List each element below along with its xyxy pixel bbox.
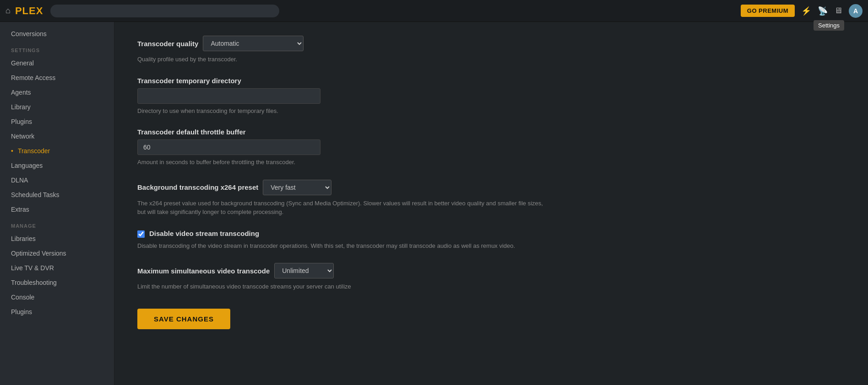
sidebar-item-live-tv-dvr[interactable]: Live TV & DVR — [0, 261, 114, 275]
settings-tooltip: Settings — [814, 20, 844, 31]
sidebar-item-troubleshooting[interactable]: Troubleshooting — [0, 275, 114, 290]
sidebar-item-languages[interactable]: Languages — [0, 158, 114, 173]
transcoder-quality-label: Transcoder quality Automatic Make my CPU… — [137, 36, 845, 51]
max-simultaneous-transcode-row: Maximum simultaneous video transcode Unl… — [137, 263, 845, 291]
transcoder-throttle-buffer-row: Transcoder default throttle buffer Amoun… — [137, 128, 845, 167]
manage-section-label: MANAGE — [0, 217, 114, 231]
main-content: Transcoder quality Automatic Make my CPU… — [114, 22, 868, 385]
bg-transcoding-preset-select[interactable]: Ultra fast Super fast Very fast Faster F… — [263, 180, 331, 195]
bg-transcoding-preset-description: The x264 preset value used for backgroun… — [137, 199, 549, 217]
disable-video-stream-checkbox-row: Disable video stream transcoding — [137, 230, 845, 238]
settings-section-label: SETTINGS — [0, 41, 114, 56]
transcoder-temp-dir-input[interactable] — [137, 88, 320, 104]
disable-video-stream-description: Disable transcoding of the video stream … — [137, 241, 549, 251]
disable-video-stream-label: Disable video stream transcoding — [149, 230, 259, 237]
home-icon[interactable]: ⌂ — [5, 6, 11, 16]
bg-transcoding-preset-label: Background transcoding x264 preset Ultra… — [137, 180, 845, 195]
save-changes-button[interactable]: SAVE CHANGES — [137, 309, 230, 329]
display-icon[interactable]: 🖥 — [834, 6, 842, 16]
sidebar: Conversions SETTINGS General Remote Acce… — [0, 22, 114, 385]
plex-logo: PLEX — [15, 5, 43, 17]
sidebar-item-libraries[interactable]: Libraries — [0, 231, 114, 246]
sidebar-item-optimized-versions[interactable]: Optimized Versions — [0, 246, 114, 261]
sidebar-item-extras[interactable]: Extras — [0, 202, 114, 217]
sidebar-item-remote-access[interactable]: Remote Access — [0, 70, 114, 85]
sidebar-item-conversions[interactable]: Conversions — [0, 27, 114, 41]
transcoder-throttle-buffer-input[interactable] — [137, 139, 320, 155]
topbar: ⌂ PLEX GO PREMIUM ⚡ 📡 🖥 A Settings — [0, 0, 868, 22]
sidebar-item-plugins-manage[interactable]: Plugins — [0, 305, 114, 319]
cast-icon[interactable]: 📡 — [818, 6, 828, 16]
go-premium-button[interactable]: GO PREMIUM — [741, 5, 795, 17]
transcoder-quality-row: Transcoder quality Automatic Make my CPU… — [137, 36, 845, 64]
topbar-right: GO PREMIUM ⚡ 📡 🖥 A — [741, 4, 863, 18]
sidebar-item-dlna[interactable]: DLNA — [0, 173, 114, 187]
max-simultaneous-transcode-description: Limit the number of simultaneous video t… — [137, 282, 549, 291]
transcoder-throttle-buffer-label: Transcoder default throttle buffer — [137, 128, 845, 136]
disable-video-stream-row: Disable video stream transcoding Disable… — [137, 230, 845, 251]
disable-video-stream-checkbox[interactable] — [137, 230, 145, 238]
sidebar-item-network[interactable]: Network — [0, 129, 114, 144]
transcoder-throttle-buffer-description: Amount in seconds to buffer before throt… — [137, 158, 549, 167]
sidebar-item-plugins[interactable]: Plugins — [0, 114, 114, 129]
max-simultaneous-transcode-select[interactable]: Unlimited 1 2 3 4 5 — [274, 263, 334, 278]
sidebar-item-general[interactable]: General — [0, 56, 114, 70]
transcoder-quality-select[interactable]: Automatic Make my CPU hurt Insane Excell… — [203, 36, 304, 51]
transcoder-quality-description: Quality profile used by the transcoder. — [137, 55, 549, 64]
body-layout: Conversions SETTINGS General Remote Acce… — [0, 22, 868, 385]
sidebar-item-agents[interactable]: Agents — [0, 85, 114, 100]
activity-icon[interactable]: ⚡ — [801, 6, 811, 16]
bg-transcoding-preset-row: Background transcoding x264 preset Ultra… — [137, 180, 845, 217]
transcoder-temp-dir-label: Transcoder temporary directory — [137, 77, 845, 85]
sidebar-item-library[interactable]: Library — [0, 100, 114, 114]
sidebar-item-console[interactable]: Console — [0, 290, 114, 305]
max-simultaneous-transcode-label: Maximum simultaneous video transcode Unl… — [137, 263, 845, 278]
sidebar-item-scheduled-tasks[interactable]: Scheduled Tasks — [0, 187, 114, 202]
sidebar-item-transcoder[interactable]: Transcoder — [0, 144, 114, 158]
search-input[interactable] — [50, 5, 279, 17]
transcoder-temp-dir-row: Transcoder temporary directory Directory… — [137, 77, 845, 116]
transcoder-temp-dir-description: Directory to use when transcoding for te… — [137, 107, 549, 116]
avatar[interactable]: A — [849, 4, 863, 18]
